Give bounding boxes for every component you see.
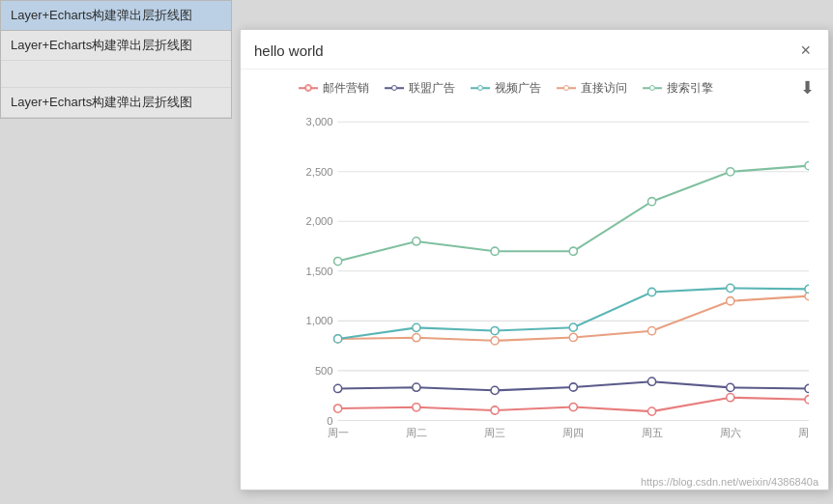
svg-text:1,500: 1,500 (306, 266, 333, 277)
chart-area: 3,000 2,500 2,000 1,500 1,000 500 0 周一 周… (241, 102, 828, 479)
svg-point-32 (647, 378, 655, 385)
svg-point-26 (727, 394, 734, 402)
svg-text:周五: 周五 (642, 427, 663, 438)
svg-point-52 (569, 247, 577, 255)
svg-point-53 (647, 198, 655, 206)
download-button[interactable]: ⬇ (800, 77, 815, 98)
svg-text:周日: 周日 (798, 427, 809, 438)
svg-point-23 (491, 406, 499, 414)
modal-close-button[interactable]: × (796, 40, 815, 61)
svg-text:2,000: 2,000 (306, 215, 333, 227)
modal-header: hello world × (241, 30, 828, 70)
legend-item-direct: 直接访问 (557, 80, 627, 97)
svg-point-51 (491, 247, 499, 255)
svg-point-43 (413, 323, 420, 331)
legend-label-direct: 直接访问 (581, 80, 627, 97)
svg-point-33 (727, 383, 734, 391)
svg-point-27 (805, 396, 809, 404)
svg-text:3,000: 3,000 (306, 116, 333, 127)
legend-item-email: 邮件营销 (299, 80, 369, 97)
svg-point-46 (647, 288, 655, 295)
line-chart: 3,000 2,500 2,000 1,500 1,000 500 0 周一 周… (299, 112, 809, 440)
svg-point-38 (569, 333, 577, 341)
legend-label-video: 视频广告 (495, 80, 541, 97)
svg-text:周一: 周一 (328, 427, 349, 438)
legend-item-alliance: 联盟广告 (385, 80, 455, 97)
svg-point-22 (413, 404, 420, 411)
svg-point-36 (413, 334, 420, 342)
svg-text:1,000: 1,000 (306, 315, 333, 326)
legend-label-email: 邮件营销 (323, 80, 369, 97)
svg-point-54 (727, 168, 734, 176)
svg-text:0: 0 (327, 414, 332, 426)
svg-point-55 (805, 162, 809, 170)
svg-point-50 (413, 238, 420, 245)
svg-point-30 (491, 386, 499, 394)
svg-point-48 (805, 285, 809, 293)
svg-point-21 (334, 405, 342, 412)
svg-point-39 (647, 327, 655, 335)
svg-text:周三: 周三 (484, 427, 505, 438)
legend-item-video: 视频广告 (471, 80, 541, 97)
svg-point-40 (727, 297, 734, 305)
svg-text:500: 500 (315, 365, 333, 377)
svg-point-29 (413, 383, 420, 391)
svg-point-44 (491, 326, 499, 334)
svg-text:周二: 周二 (406, 427, 427, 438)
svg-text:周四: 周四 (562, 427, 584, 438)
svg-point-45 (569, 323, 577, 331)
watermark: https://blog.csdn.net/weixin/4386840a (641, 476, 819, 488)
svg-point-34 (805, 384, 809, 392)
svg-point-24 (569, 403, 577, 410)
modal-dialog: hello world × 邮件营销 联盟广告 视频广告 (240, 29, 829, 490)
svg-point-37 (491, 337, 499, 345)
svg-point-31 (569, 383, 577, 391)
svg-point-25 (647, 407, 655, 415)
legend-label-alliance: 联盟广告 (409, 80, 455, 97)
svg-point-47 (727, 284, 734, 292)
svg-text:周六: 周六 (720, 427, 741, 438)
svg-point-49 (334, 257, 342, 265)
legend-label-search: 搜索引擎 (667, 80, 713, 97)
legend-item-search: 搜索引擎 (643, 80, 713, 97)
svg-point-42 (334, 335, 342, 343)
chart-legend: 邮件营销 联盟广告 视频广告 直接访问 (241, 70, 828, 102)
svg-point-28 (334, 384, 342, 392)
svg-text:2,500: 2,500 (306, 166, 333, 178)
modal-title: hello world (254, 42, 324, 59)
